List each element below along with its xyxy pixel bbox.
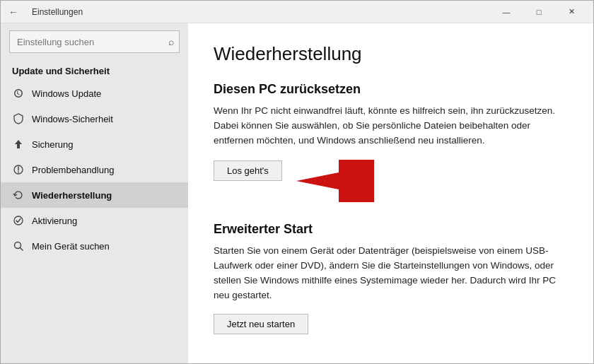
problembehandlung-icon [12,163,25,176]
titlebar-nav: ← Einstellungen [6,5,83,19]
red-arrow-icon [296,160,374,202]
sidebar-item-windows-update[interactable]: Windows Update [1,81,188,106]
minimize-button[interactable]: — [490,1,523,23]
close-button[interactable]: ✕ [555,1,588,23]
sidebar-item-problembehandlung[interactable]: Problembehandlung [1,157,188,182]
wiederherstellung-label: Wiederherstellung [32,190,112,201]
los-gehts-button[interactable]: Los geht's [214,160,282,181]
content-panel: Wiederherstellung Diesen PC zurücksetzen… [188,23,593,363]
sidebar-item-aktivierung[interactable]: Aktivierung [1,208,188,233]
section-2-title: Erweiterter Start [214,222,568,237]
titlebar-controls: — □ ✕ [490,1,588,23]
svg-marker-5 [296,160,374,202]
back-button[interactable]: ← [6,5,21,19]
svg-point-2 [14,216,23,225]
svg-marker-0 [15,140,22,148]
sidebar-item-windows-sicherheit[interactable]: Windows-Sicherheit [1,106,188,131]
los-gehts-row: Los geht's [214,160,568,202]
mein-geraet-label: Mein Gerät suchen [32,241,110,252]
windows-update-label: Windows Update [32,88,101,99]
search-icon: ⌕ [168,36,174,47]
search-container: ⌕ [9,30,180,53]
sidebar-item-mein-geraet[interactable]: Mein Gerät suchen [1,233,188,259]
section-diesen-pc: Diesen PC zurücksetzen Wenn Ihr PC nicht… [214,82,568,202]
sidebar: ⌕ Update und Sicherheit Windows UpdateWi… [1,23,188,363]
problembehandlung-label: Problembehandlung [32,165,114,175]
windows-sicherheit-icon [12,112,25,125]
sidebar-item-wiederherstellung[interactable]: Wiederherstellung [1,182,188,208]
windows-sicherheit-label: Windows-Sicherheit [32,114,113,124]
sidebar-section-title: Update und Sicherheit [1,60,188,81]
sidebar-item-sicherung[interactable]: Sicherung [1,131,188,157]
wiederherstellung-icon [12,189,25,201]
mein-geraet-icon [12,240,25,252]
section-1-title: Diesen PC zurücksetzen [214,82,568,97]
svg-line-4 [21,248,23,251]
titlebar-title: Einstellungen [32,7,83,17]
jetzt-neu-starten-button[interactable]: Jetzt neu starten [214,314,308,334]
page-title: Wiederherstellung [214,43,568,65]
section-1-text: Wenn Ihr PC nicht einwandfrei läuft, kön… [214,104,568,148]
main-area: ⌕ Update und Sicherheit Windows UpdateWi… [1,23,593,363]
sicherung-icon [12,138,25,151]
section-2-text: Starten Sie von einem Gerät oder Datentr… [214,244,568,303]
section-erweiterter-start: Erweiterter Start Starten Sie von einem … [214,222,568,355]
sidebar-items-container: Windows UpdateWindows-SicherheitSicherun… [1,81,188,259]
sicherung-label: Sicherung [32,139,74,150]
search-input[interactable] [9,30,180,53]
aktivierung-label: Aktivierung [32,216,77,226]
maximize-button[interactable]: □ [523,1,555,23]
aktivierung-icon [12,214,25,227]
titlebar: ← Einstellungen — □ ✕ [1,1,593,23]
windows-update-icon [12,87,25,100]
